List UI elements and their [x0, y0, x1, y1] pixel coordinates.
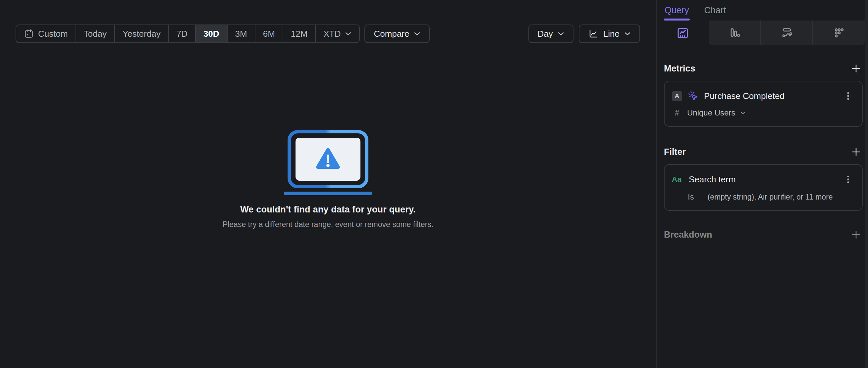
date-range-yesterday[interactable]: Yesterday [114, 25, 168, 42]
event-click-icon [688, 91, 699, 101]
date-range-label: Custom [38, 29, 68, 39]
kebab-menu-icon [843, 91, 854, 101]
metric-aggregation-row[interactable]: # Unique Users [672, 108, 855, 118]
chart-type-dropdown[interactable]: Line [579, 25, 640, 43]
series-letter-badge: A [672, 91, 682, 101]
funnels-icon [728, 27, 741, 40]
chevron-down-icon [624, 32, 631, 36]
compare-button[interactable]: Compare [365, 25, 430, 43]
date-range-30d[interactable]: 30D [195, 25, 227, 42]
chevron-down-icon [414, 32, 421, 36]
filter-condition-row[interactable]: Is (empty string), Air purifier, or 11 m… [672, 192, 855, 202]
filter-card[interactable]: Aa Search term Is (empty string), Air pu… [664, 164, 863, 211]
empty-state-subtitle: Please try a different date range, event… [223, 220, 433, 229]
main-area: Custom Today Yesterday 7D 30D 3M 6M 12M … [0, 0, 656, 368]
breakdown-title: Breakdown [664, 230, 712, 240]
date-range-12m[interactable]: 12M [283, 25, 315, 42]
filter-property-row: Aa Search term [672, 173, 855, 186]
retention-icon [832, 27, 845, 40]
string-property-icon: Aa [672, 175, 683, 184]
total-count-icon: # [672, 108, 682, 118]
add-breakdown-button[interactable] [849, 228, 863, 241]
metrics-section-header: Metrics [664, 62, 863, 75]
metric-card[interactable]: A Purchase Completed # Unique Users [664, 81, 863, 127]
empty-state: We couldn't find any data for your query… [0, 130, 656, 229]
filter-property-name[interactable]: Search term [689, 174, 736, 185]
filter-operator: Is [688, 192, 694, 202]
date-range-today[interactable]: Today [75, 25, 114, 42]
filter-options-button[interactable] [841, 173, 855, 186]
tab-retention[interactable] [812, 21, 865, 45]
flows-icon [780, 27, 794, 40]
plus-icon [851, 63, 861, 74]
tab-insights[interactable] [657, 21, 709, 45]
tab-flows[interactable] [760, 21, 813, 45]
date-range-custom[interactable]: Custom [16, 25, 75, 42]
no-data-laptop-illustration [283, 130, 373, 196]
query-panel: Metrics A Purchase Completed [657, 62, 868, 241]
add-metric-button[interactable] [849, 62, 863, 75]
toolbar-right-group: Day Line [528, 25, 640, 43]
toolbar: Custom Today Yesterday 7D 30D 3M 6M 12M … [16, 25, 640, 43]
insights-icon [676, 27, 689, 40]
add-filter-button[interactable] [849, 145, 863, 159]
report-type-tab-group [709, 21, 865, 45]
breakdown-section-header: Breakdown [664, 228, 863, 241]
plus-icon [851, 229, 861, 240]
kebab-menu-icon [843, 174, 854, 185]
calendar-icon [24, 29, 34, 39]
metric-event-name[interactable]: Purchase Completed [704, 91, 784, 101]
date-range-control: Custom Today Yesterday 7D 30D 3M 6M 12M … [16, 25, 360, 43]
aggregation-label: Unique Users [687, 108, 735, 118]
date-range-3m[interactable]: 3M [227, 25, 255, 42]
metric-event-row: A Purchase Completed [672, 89, 855, 103]
chevron-down-icon [558, 32, 564, 36]
tab-chart[interactable]: Chart [704, 0, 726, 21]
empty-state-title: We couldn't find any data for your query… [240, 204, 416, 215]
app-root: Custom Today Yesterday 7D 30D 3M 6M 12M … [0, 0, 868, 368]
plus-icon [851, 146, 861, 157]
active-tab-underline [664, 19, 690, 21]
date-range-xtd[interactable]: XTD [315, 25, 359, 42]
date-range-6m[interactable]: 6M [255, 25, 283, 42]
metrics-title: Metrics [664, 64, 695, 74]
filter-section-header: Filter [664, 145, 863, 159]
granularity-dropdown[interactable]: Day [528, 25, 574, 43]
sidebar-scrollbar[interactable] [865, 0, 868, 368]
chevron-down-icon [740, 111, 746, 114]
line-chart-icon [588, 29, 599, 39]
sidebar-tabs: Query Chart [657, 0, 868, 21]
metric-options-button[interactable] [841, 89, 855, 103]
report-type-tabs [657, 21, 868, 45]
tab-funnels[interactable] [709, 21, 760, 45]
query-sidebar: Query Chart [656, 0, 868, 368]
tab-query[interactable]: Query [664, 0, 689, 21]
filter-values: (empty string), Air purifier, or 11 more [708, 193, 833, 202]
filter-title: Filter [664, 147, 686, 157]
date-range-7d[interactable]: 7D [168, 25, 195, 42]
chevron-down-icon [345, 32, 351, 36]
